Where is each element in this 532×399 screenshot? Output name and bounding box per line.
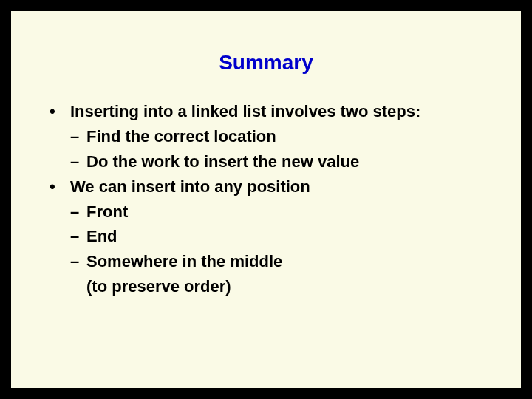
- bullet-marker: •: [50, 100, 70, 123]
- sub-item: – End: [50, 225, 491, 248]
- bullet-item: • We can insert into any position: [50, 175, 491, 199]
- sub-marker: –: [70, 250, 86, 273]
- slide-container: Summary • Inserting into a linked list i…: [9, 9, 523, 390]
- bullet-text: Inserting into a linked list involves tw…: [70, 100, 491, 123]
- sub-continuation: (to preserve order): [50, 275, 491, 299]
- sub-marker: –: [70, 150, 86, 174]
- sub-marker: –: [70, 200, 86, 224]
- sub-item: – Somewhere in the middle: [50, 250, 491, 273]
- sub-item: – Front: [50, 200, 491, 224]
- bullet-marker: •: [50, 175, 70, 199]
- bullet-text: We can insert into any position: [70, 175, 491, 199]
- slide-title: Summary: [41, 51, 491, 75]
- sub-text: End: [86, 225, 491, 248]
- sub-item: – Do the work to insert the new value: [50, 150, 491, 174]
- sub-marker: –: [70, 225, 86, 248]
- sub-text: Somewhere in the middle: [86, 250, 491, 273]
- sub-item: – Find the correct location: [50, 125, 491, 149]
- sub-text: Front: [86, 200, 491, 224]
- sub-text: Do the work to insert the new value: [86, 150, 491, 174]
- sub-text: Find the correct location: [86, 125, 491, 149]
- slide-content: • Inserting into a linked list involves …: [41, 100, 491, 299]
- sub-marker: –: [70, 125, 86, 149]
- bullet-item: • Inserting into a linked list involves …: [50, 100, 491, 123]
